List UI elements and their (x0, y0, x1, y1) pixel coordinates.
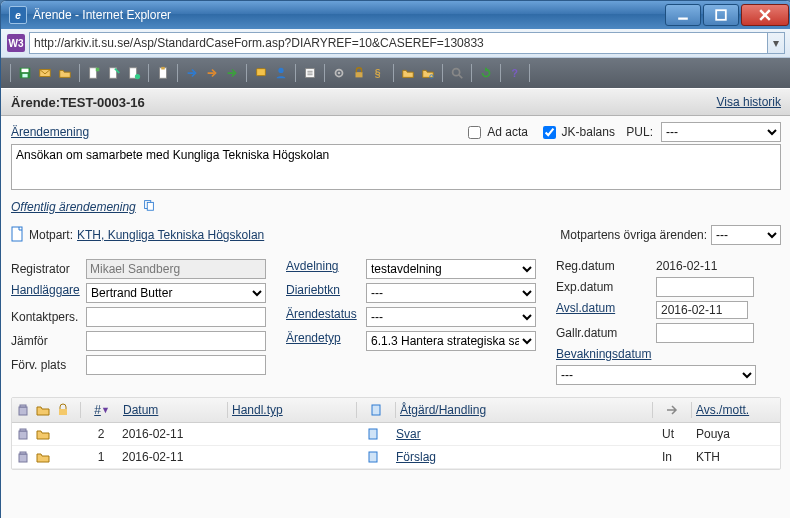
forv-field[interactable] (86, 355, 266, 375)
url-dropdown[interactable]: ▾ (768, 32, 785, 54)
person-icon[interactable] (272, 64, 290, 82)
svg-rect-41 (20, 452, 26, 454)
jk-checkbox[interactable] (543, 126, 556, 139)
jamfor-label: Jämför (11, 334, 86, 348)
list-icon[interactable] (301, 64, 319, 82)
url-field[interactable]: http://arkiv.it.su.se/Asp/StandardCaseFo… (29, 32, 768, 54)
col-avs[interactable]: Avs./mott. (696, 403, 749, 417)
ad-acta-label: Ad acta (487, 125, 528, 139)
kontakt-label: Kontaktpers. (11, 310, 86, 324)
row-trash-icon[interactable] (16, 450, 30, 464)
header-lock-icon[interactable] (56, 403, 70, 417)
status-select[interactable]: --- (366, 307, 536, 327)
col-num[interactable]: # (94, 403, 101, 417)
svg-rect-37 (19, 431, 27, 439)
handlaggare-label[interactable]: Handläggare (11, 283, 86, 303)
ad-acta-checkbox[interactable] (468, 126, 481, 139)
svg-rect-33 (19, 407, 27, 415)
url-text: http://arkiv.it.su.se/Asp/StandardCaseFo… (34, 36, 484, 50)
table-row[interactable]: 1 2016-02-11 Förslag In KTH (12, 446, 780, 469)
col-handltyp[interactable]: Handl.typ (232, 403, 283, 417)
cell-atgard[interactable]: Svar (396, 427, 421, 441)
typ-label[interactable]: Ärendetyp (286, 331, 366, 351)
titlebar: e Ärende - Internet Explorer (1, 1, 790, 29)
header-doc-icon[interactable] (369, 403, 383, 417)
bevak-select[interactable]: --- (556, 365, 756, 385)
diariebtkn-select[interactable]: --- (366, 283, 536, 303)
row-doc-icon[interactable] (366, 427, 380, 441)
refresh-icon[interactable] (477, 64, 495, 82)
public-subject-link[interactable]: Offentlig ärendemening (11, 200, 136, 214)
jamfor-field[interactable] (86, 331, 266, 351)
search-icon[interactable] (448, 64, 466, 82)
arrow-right-orange-icon[interactable] (203, 64, 221, 82)
badge-icon[interactable] (252, 64, 270, 82)
svg-rect-9 (96, 68, 100, 72)
folder-search-icon[interactable] (419, 64, 437, 82)
mail-icon[interactable] (36, 64, 54, 82)
save-icon[interactable] (16, 64, 34, 82)
gallr-field[interactable] (656, 323, 754, 343)
handlaggare-select[interactable]: Bertrand Butter (86, 283, 266, 303)
header-folder-icon[interactable] (36, 403, 50, 417)
cell-atgard[interactable]: Förslag (396, 450, 436, 464)
row-doc-icon[interactable] (366, 450, 380, 464)
diariebtkn-label[interactable]: Diariebtkn (286, 283, 366, 303)
cell-num: 1 (84, 450, 118, 464)
lock-icon[interactable] (350, 64, 368, 82)
copy-icon[interactable] (142, 198, 156, 215)
edit-doc-icon[interactable] (105, 64, 123, 82)
col-atgard[interactable]: Åtgärd/Handling (400, 403, 486, 417)
help-icon[interactable]: ? (506, 64, 524, 82)
folder-tree-icon[interactable] (399, 64, 417, 82)
window-buttons (663, 4, 789, 26)
svg-point-23 (338, 72, 341, 75)
svg-rect-24 (356, 72, 363, 77)
counterpart-doc-icon[interactable] (11, 226, 25, 245)
new-doc-icon[interactable] (85, 64, 103, 82)
clipboard-icon[interactable] (154, 64, 172, 82)
history-link[interactable]: Visa historik (717, 95, 781, 109)
counterpart-label: Motpart: (29, 228, 73, 242)
svg-rect-39 (369, 429, 377, 439)
exp-field[interactable] (656, 277, 754, 297)
gear-icon[interactable] (330, 64, 348, 82)
arrow-right-blue-icon[interactable] (183, 64, 201, 82)
header-trash-icon[interactable] (16, 403, 30, 417)
case-header-prefix: Ärende: (11, 95, 60, 110)
avdelning-label[interactable]: Avdelning (286, 259, 366, 279)
maximize-button[interactable] (703, 4, 739, 26)
counterpart-other-select[interactable]: --- (711, 225, 781, 245)
row-folder-icon[interactable] (36, 427, 50, 441)
kontakt-field[interactable] (86, 307, 266, 327)
svg-rect-5 (22, 69, 29, 73)
reg-value: 2016-02-11 (656, 259, 717, 273)
cell-recv: Pouya (696, 427, 776, 441)
avdelning-select[interactable]: testavdelning (366, 259, 536, 279)
status-label[interactable]: Ärendestatus (286, 307, 366, 327)
minimize-button[interactable] (665, 4, 701, 26)
avsl-label[interactable]: Avsl.datum (556, 301, 656, 319)
col-datum[interactable]: Datum (123, 403, 158, 417)
arrow-right-green-icon[interactable] (223, 64, 241, 82)
table-row[interactable]: 2 2016-02-11 Svar Ut Pouya (12, 423, 780, 446)
subject-label[interactable]: Ärendemening (11, 125, 464, 139)
cell-recv: KTH (696, 450, 776, 464)
bevak-label[interactable]: Bevakningsdatum (556, 347, 756, 361)
typ-select[interactable]: 6.1.3 Hantera strategiska sam (366, 331, 536, 351)
section-icon[interactable]: § (370, 64, 388, 82)
pul-select[interactable]: --- (661, 122, 781, 142)
row-folder-icon[interactable] (36, 450, 50, 464)
reg-label: Reg.datum (556, 259, 656, 273)
forv-label: Förv. plats (11, 358, 86, 372)
close-button[interactable] (741, 4, 789, 26)
site-icon: W3 (7, 34, 25, 52)
doc-icon[interactable] (125, 64, 143, 82)
open-folder-icon[interactable] (56, 64, 74, 82)
row-trash-icon[interactable] (16, 427, 30, 441)
subject-textarea[interactable]: Ansökan om samarbete med Kungliga Teknis… (11, 144, 781, 190)
header-arrow-icon[interactable] (665, 403, 679, 417)
case-header: Ärende: TEST-0003-16 Visa historik (1, 88, 790, 116)
case-body: Ärendemening Ad acta JK-balans PUL: --- … (1, 116, 790, 518)
counterpart-value[interactable]: KTH, Kungliga Tekniska Högskolan (77, 228, 264, 242)
